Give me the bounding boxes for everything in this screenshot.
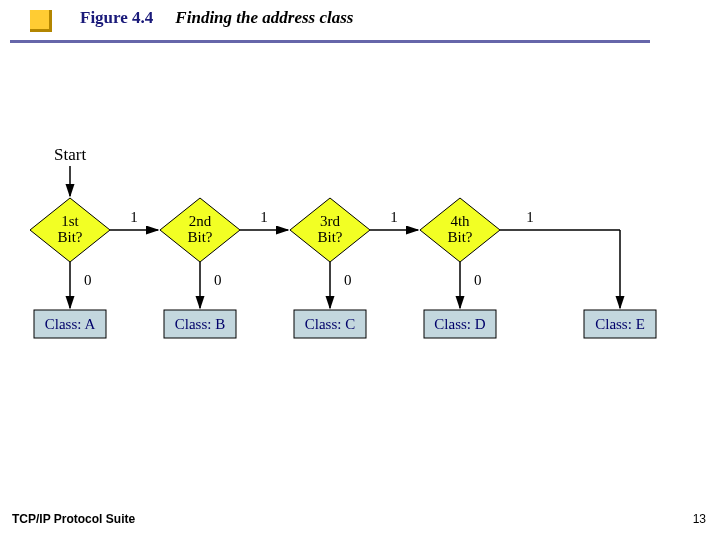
figure-title: Finding the address class: [175, 8, 353, 27]
flowchart-diagram: Start 1st Bit? 2nd Bit? 3rd Bit? 4th Bit…: [20, 130, 720, 390]
edge-d1-no: 0: [84, 272, 92, 288]
edge-d2-no: 0: [214, 272, 222, 288]
slide-bullet-icon: [30, 10, 52, 32]
class-d-label: Class: D: [434, 316, 485, 332]
decision-3-top: 3rd: [320, 213, 340, 229]
edge-d4-yes: 1: [526, 209, 534, 225]
class-a-label: Class: A: [45, 316, 96, 332]
slide-header: Figure 4.4 Finding the address class: [80, 8, 353, 28]
class-c-label: Class: C: [305, 316, 355, 332]
decision-4-bot: Bit?: [448, 229, 473, 245]
decision-1-bot: Bit?: [58, 229, 83, 245]
edge-d3-yes: 1: [390, 209, 398, 225]
figure-number: Figure 4.4: [80, 8, 153, 27]
start-label: Start: [54, 145, 86, 164]
edge-d2-yes: 1: [260, 209, 268, 225]
footer-text: TCP/IP Protocol Suite: [12, 512, 135, 526]
decision-2-top: 2nd: [189, 213, 212, 229]
header-divider: [10, 40, 650, 43]
page-number: 13: [693, 512, 706, 526]
class-b-label: Class: B: [175, 316, 225, 332]
decision-4-top: 4th: [450, 213, 470, 229]
decision-3-bot: Bit?: [318, 229, 343, 245]
edge-d3-no: 0: [344, 272, 352, 288]
decision-1-top: 1st: [61, 213, 79, 229]
decision-2-bot: Bit?: [188, 229, 213, 245]
edge-d4-no: 0: [474, 272, 482, 288]
class-e-label: Class: E: [595, 316, 645, 332]
edge-d1-yes: 1: [130, 209, 138, 225]
